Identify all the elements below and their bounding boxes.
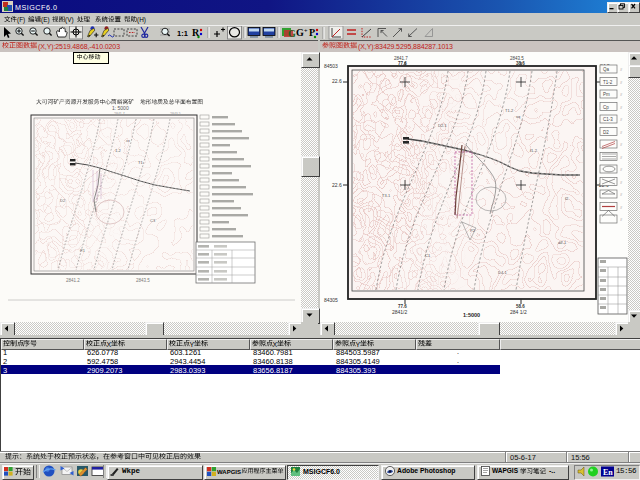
svg-text:77.6: 77.6 xyxy=(398,61,407,66)
svg-text:22.6: 22.6 xyxy=(332,182,342,188)
svg-text:xq: xq xyxy=(516,114,520,119)
svg-text:C1: C1 xyxy=(425,253,431,258)
svg-text:2841.7: 2841.7 xyxy=(114,112,125,116)
svg-text:C3: C3 xyxy=(150,218,156,223)
svg-text:T1-2: T1-2 xyxy=(505,108,514,113)
svg-text:D2: D2 xyxy=(60,198,66,203)
svg-text:2843.5: 2843.5 xyxy=(136,278,150,283)
svg-text:2843.5: 2843.5 xyxy=(170,112,181,116)
svg-text:En: En xyxy=(603,468,613,477)
svg-text:1-2: 1-2 xyxy=(115,148,122,153)
svg-text:22.6: 22.6 xyxy=(332,78,342,84)
svg-text:2841.2: 2841.2 xyxy=(66,278,80,283)
svg-text:D4-1: D4-1 xyxy=(498,270,507,275)
svg-text:Qa: Qa xyxy=(603,67,610,72)
svg-text:38.6: 38.6 xyxy=(516,61,525,66)
svg-text:T1: T1 xyxy=(138,160,143,165)
svg-text:1:1: 1:1 xyxy=(177,29,188,38)
svg-text:+: + xyxy=(304,27,308,33)
svg-text:T3-1: T3-1 xyxy=(382,193,391,198)
svg-text:D2: D2 xyxy=(603,130,609,135)
svg-text:84305: 84305 xyxy=(324,297,338,303)
svg-text:T1-2: T1-2 xyxy=(603,80,613,85)
svg-text:284 1/2: 284 1/2 xyxy=(510,309,527,315)
svg-text:C1-3: C1-3 xyxy=(603,117,613,122)
svg-text:P2: P2 xyxy=(470,228,476,233)
svg-text:84503: 84503 xyxy=(324,63,338,69)
svg-text:G: G xyxy=(288,28,296,39)
svg-text:Pm: Pm xyxy=(603,92,610,97)
svg-text:f1-2: f1-2 xyxy=(530,148,538,153)
svg-text:2841/2: 2841/2 xyxy=(392,309,408,315)
svg-text:1:5000: 1:5000 xyxy=(463,312,480,318)
svg-text:dZ-1: dZ-1 xyxy=(558,240,567,245)
svg-text:xx: xx xyxy=(126,138,130,143)
svg-text:D2-1: D2-1 xyxy=(438,123,447,128)
svg-text:Cp: Cp xyxy=(603,105,609,110)
svg-text:G: G xyxy=(296,27,304,38)
svg-text:P1: P1 xyxy=(80,248,86,253)
